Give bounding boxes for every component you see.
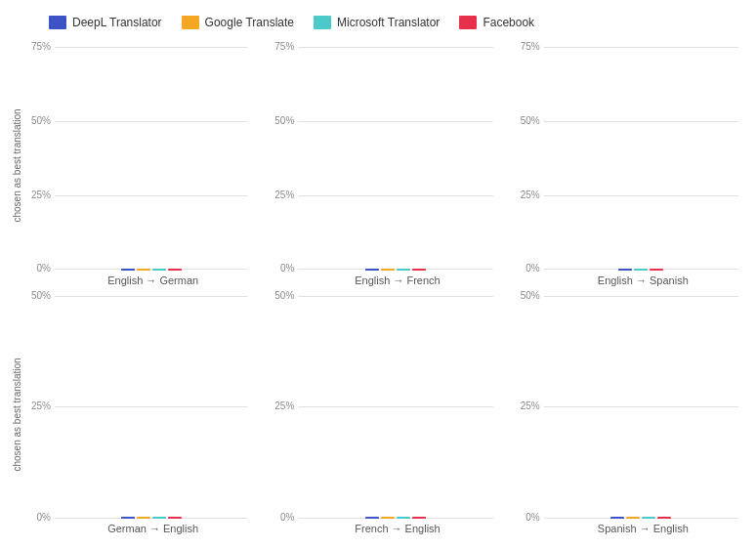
microsoft-label: Microsoft Translator xyxy=(337,16,440,29)
bar-deepl xyxy=(365,517,379,519)
x-axis-label: French → English xyxy=(269,523,496,534)
x-axis-label: German → English xyxy=(25,523,251,534)
bar-deepl xyxy=(121,269,135,271)
grid-label: 25% xyxy=(513,400,540,411)
bar-deepl xyxy=(618,269,632,271)
bar-microsoft xyxy=(152,269,166,271)
bar-facebook xyxy=(650,269,663,271)
grid-label: 0% xyxy=(513,263,540,274)
legend: DeepL Translator Google Translate Micros… xyxy=(10,16,746,29)
bar-group xyxy=(610,517,671,519)
bar-facebook xyxy=(657,517,671,519)
grid-label: 50% xyxy=(513,290,540,301)
bar-group xyxy=(365,269,426,271)
facebook-swatch xyxy=(459,16,477,29)
bar-group xyxy=(121,517,182,519)
bar-google xyxy=(381,269,395,271)
grid-label: 0% xyxy=(267,263,294,274)
legend-item-google: Google Translate xyxy=(182,16,294,29)
legend-item-microsoft: Microsoft Translator xyxy=(314,16,440,29)
bar-facebook xyxy=(412,517,426,519)
google-swatch xyxy=(182,16,199,29)
grid-label: 75% xyxy=(23,41,51,52)
grid-label: 0% xyxy=(513,512,540,523)
bar-deepl xyxy=(121,517,135,519)
bar-facebook xyxy=(168,517,182,519)
grid-label: 50% xyxy=(267,290,294,301)
grid-label: 0% xyxy=(23,263,51,274)
chart-cell-german---english: chosen as best translation50%25%0%German… xyxy=(10,290,255,539)
bars-area xyxy=(298,296,492,520)
bars-area xyxy=(298,47,492,271)
grid-label: 25% xyxy=(513,190,540,200)
grid-label: 75% xyxy=(267,41,294,52)
bar-deepl xyxy=(365,269,379,271)
chart-cell-french---english: 50%25%0%French → English xyxy=(255,290,500,539)
grid-label: 0% xyxy=(23,512,51,523)
google-label: Google Translate xyxy=(205,16,294,29)
legend-item-facebook: Facebook xyxy=(459,16,534,29)
bar-microsoft xyxy=(642,517,655,519)
microsoft-swatch xyxy=(314,16,331,29)
chart-cell-spanish---english: 50%25%0%Spanish → English xyxy=(501,290,746,539)
bar-microsoft xyxy=(152,517,166,519)
bars-area xyxy=(544,296,738,520)
grid-label: 25% xyxy=(267,190,294,200)
y-axis-label: chosen as best translation xyxy=(10,41,25,290)
bars-area xyxy=(55,296,247,520)
grid-label: 25% xyxy=(267,400,294,411)
bar-group xyxy=(121,269,182,271)
grid-label: 0% xyxy=(267,512,294,523)
x-axis-label: English → French xyxy=(269,274,496,286)
grid-label: 50% xyxy=(23,290,51,301)
bar-facebook xyxy=(168,269,182,271)
deepl-label: DeepL Translator xyxy=(72,16,162,29)
bar-group xyxy=(365,517,426,519)
chart-cell-english---french: 75%50%25%0%English → French xyxy=(255,41,500,290)
grid-label: 25% xyxy=(23,400,51,411)
charts-grid: chosen as best translation75%50%25%0%Eng… xyxy=(10,41,746,538)
bar-google xyxy=(626,517,640,519)
grid-label: 50% xyxy=(23,115,51,126)
legend-item-deepl: DeepL Translator xyxy=(49,16,162,29)
bar-deepl xyxy=(610,517,624,519)
grid-label: 75% xyxy=(513,41,540,52)
x-axis-label: English → Spanish xyxy=(515,274,742,286)
chart-cell-english---german: chosen as best translation75%50%25%0%Eng… xyxy=(10,41,255,290)
grid-label: 50% xyxy=(267,115,294,126)
x-axis-label: English → German xyxy=(25,274,251,286)
bar-google xyxy=(137,269,150,271)
bar-microsoft xyxy=(397,517,410,519)
bar-microsoft xyxy=(634,269,648,271)
grid-label: 25% xyxy=(23,190,51,200)
bar-group xyxy=(618,269,663,271)
bars-area xyxy=(544,47,738,271)
bar-microsoft xyxy=(397,269,410,271)
grid-label: 50% xyxy=(513,115,540,126)
bar-google xyxy=(381,517,395,519)
bars-area xyxy=(55,47,247,271)
bar-facebook xyxy=(412,269,426,271)
facebook-label: Facebook xyxy=(483,16,534,29)
x-axis-label: Spanish → English xyxy=(515,523,742,534)
chart-cell-english---spanish: 75%50%25%0%English → Spanish xyxy=(501,41,746,290)
y-axis-label: chosen as best translation xyxy=(10,290,25,539)
chart-container: DeepL Translator Google Translate Micros… xyxy=(0,0,756,548)
bar-google xyxy=(137,517,150,519)
deepl-swatch xyxy=(49,16,66,29)
